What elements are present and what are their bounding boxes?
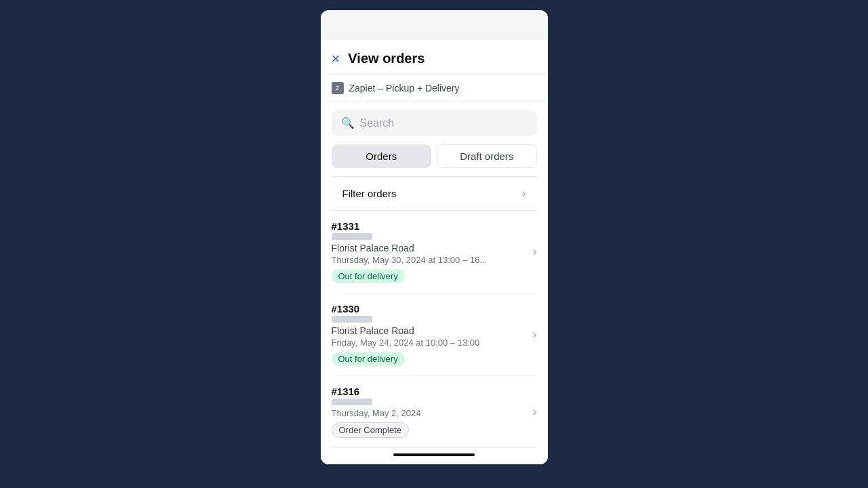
order-info: #1316 Thursday, May 2, 2024 Order Comple… [332,386,528,438]
filter-label: Filter orders [342,188,397,199]
order-name-blurred [332,316,372,323]
search-container: 🔍 Search [321,102,548,144]
chevron-right-icon: › [522,186,526,201]
search-icon: 🔍 [341,117,355,129]
order-item[interactable]: #1316 Thursday, May 2, 2024 Order Comple… [332,376,537,448]
status-badge: Out for delivery [332,352,405,366]
source-row: Z Zapiet – Pickup + Delivery [321,75,548,102]
order-info: #1330 Florist Palace Road Friday, May 24… [332,303,528,366]
source-icon: Z [332,82,344,94]
order-address: Florist Palace Road [332,325,528,336]
order-name-blurred [332,233,372,240]
order-info: #1331 Florist Palace Road Thursday, May … [332,220,528,283]
phone-container: × View orders Z Zapiet – Pickup + Delive… [321,10,548,464]
page-title: View orders [348,51,425,66]
status-badge: Out for delivery [332,269,405,283]
order-item[interactable]: #1331 Florist Palace Road Thursday, May … [332,211,537,293]
header: × View orders [321,40,548,75]
order-date: Friday, May 24, 2024 at 10:00 – 13:00 [332,338,528,348]
status-badge: Order Complete [332,422,409,438]
order-chevron-icon: › [533,405,537,419]
bottom-indicator [321,448,548,464]
main-content: × View orders Z Zapiet – Pickup + Delive… [321,40,548,464]
source-label: Zapiet – Pickup + Delivery [349,83,460,94]
orders-list: #1331 Florist Palace Road Thursday, May … [321,211,548,448]
order-number: #1331 [332,220,528,232]
tab-draft-orders[interactable]: Draft orders [437,144,537,168]
close-button[interactable]: × [332,52,340,66]
order-number: #1316 [332,386,528,397]
order-chevron-icon: › [533,245,537,259]
order-date: Thursday, May 2, 2024 [332,408,528,418]
order-date: Thursday, May 30, 2024 at 13:00 – 16... [332,255,528,265]
search-box[interactable]: 🔍 Search [332,110,537,136]
order-item[interactable]: #1330 Florist Palace Road Friday, May 24… [332,293,537,376]
tabs-container: Orders Draft orders [321,144,548,176]
filter-orders-row[interactable]: Filter orders › [332,176,537,211]
order-chevron-icon: › [533,327,537,342]
order-number: #1330 [332,303,528,314]
home-indicator [393,453,475,456]
order-name-blurred [332,399,372,405]
status-bar [321,10,548,40]
tab-orders[interactable]: Orders [332,144,432,168]
order-address: Florist Palace Road [332,243,528,253]
close-icon: × [332,52,340,66]
search-placeholder: Search [360,117,395,129]
